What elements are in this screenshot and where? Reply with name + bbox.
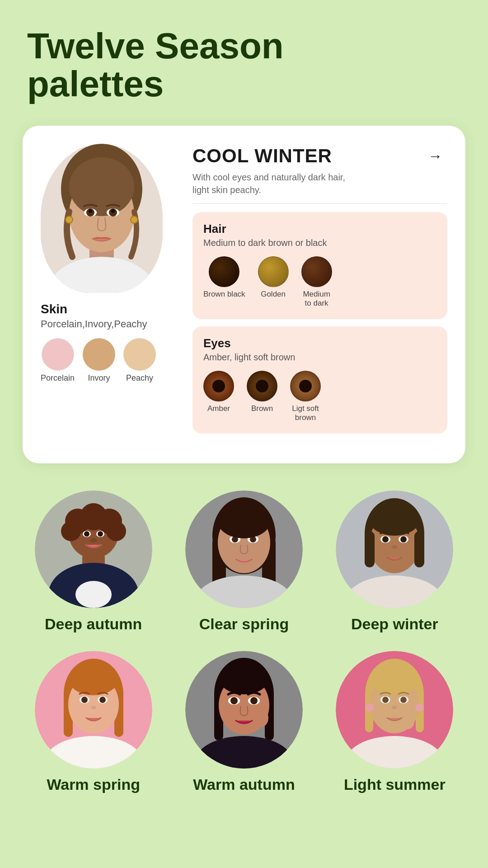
hair-title: Hair xyxy=(203,222,436,236)
svg-point-61 xyxy=(99,697,106,703)
divider xyxy=(192,203,447,204)
portrait-label: Warm autumn xyxy=(193,776,295,793)
svg-point-86 xyxy=(366,703,374,712)
season-arrow-button[interactable]: → xyxy=(423,144,447,168)
portrait-label: Light summer xyxy=(344,776,446,793)
svg-point-59 xyxy=(81,697,88,703)
svg-point-18 xyxy=(75,581,112,608)
swatch-label: Peachy xyxy=(126,373,153,383)
svg-point-13 xyxy=(131,216,138,223)
svg-point-8 xyxy=(89,209,92,213)
swatch-color xyxy=(42,338,74,371)
hair-subtitle: Medium to dark brown or black xyxy=(203,238,436,248)
svg-point-62 xyxy=(91,706,96,709)
svg-point-81 xyxy=(370,663,419,695)
eye-label: Amber xyxy=(207,404,230,413)
portrait-circle xyxy=(35,491,152,608)
hair-color-golden: Golden xyxy=(258,256,289,299)
eyes-subtitle: Amber, light soft brown xyxy=(203,352,436,363)
svg-point-27 xyxy=(98,531,103,537)
portrait-label: Deep winter xyxy=(351,615,438,633)
card-right: COOL WINTER → With cool eyes and natural… xyxy=(192,144,447,441)
portrait-label: Warm spring xyxy=(47,776,140,793)
svg-point-49 xyxy=(391,545,398,549)
season-header: COOL WINTER → xyxy=(192,144,447,168)
svg-point-90 xyxy=(402,713,414,729)
svg-point-50 xyxy=(370,504,419,536)
svg-point-5 xyxy=(69,157,134,216)
hair-swatches: Brown black Golden Mediumto dark xyxy=(203,256,436,308)
swatch-label: Porcelain xyxy=(41,373,75,383)
portrait-deep-winter[interactable]: Deep winter xyxy=(324,491,465,633)
portrait-circle xyxy=(35,651,152,769)
hair-label: Golden xyxy=(261,290,286,299)
swatch-porcelain: Porcelain xyxy=(41,338,75,383)
swatch-color xyxy=(83,338,115,371)
svg-point-23 xyxy=(106,521,126,541)
portrait-circle xyxy=(336,491,453,608)
eye-swatch-brown xyxy=(247,371,277,401)
hair-swatch-brown-black xyxy=(209,256,239,287)
hair-card: Hair Medium to dark brown or black Brown… xyxy=(192,212,447,319)
eye-swatch-light xyxy=(290,371,321,401)
hair-label: Brown black xyxy=(203,290,245,299)
portrait-circle xyxy=(185,651,303,769)
season-card: Skin Porcelain,Invory,Peachy Porcelain I… xyxy=(23,126,465,463)
swatch-invory: Invory xyxy=(83,338,115,383)
hair-label: Mediumto dark xyxy=(303,290,330,308)
eye-color-light-soft: Ligt softbrown xyxy=(290,371,321,423)
svg-point-28 xyxy=(90,538,97,542)
svg-point-11 xyxy=(111,209,115,213)
svg-point-71 xyxy=(230,697,238,704)
eye-color-amber: Amber xyxy=(203,371,234,413)
portrait-circle xyxy=(185,491,303,608)
svg-point-85 xyxy=(400,697,407,703)
portrait-clear-spring[interactable]: Clear spring xyxy=(173,491,314,633)
card-left: Skin Porcelain,Invory,Peachy Porcelain I… xyxy=(41,144,176,441)
portraits-grid: Deep autumn xyxy=(23,491,465,793)
portrait-warm-spring[interactable]: Warm spring xyxy=(23,651,164,793)
swatch-peachy: Peachy xyxy=(123,338,156,383)
hair-swatch-golden xyxy=(258,256,289,287)
svg-point-87 xyxy=(415,703,423,712)
svg-point-57 xyxy=(69,663,118,695)
skin-swatches: Porcelain Invory Peachy xyxy=(41,338,156,383)
portrait-label: Clear spring xyxy=(199,615,289,633)
svg-rect-44 xyxy=(414,531,424,567)
swatch-label: Invory xyxy=(88,373,110,383)
svg-point-69 xyxy=(219,662,269,694)
eyes-title: Eyes xyxy=(203,336,436,350)
portrait-deep-autumn[interactable]: Deep autumn xyxy=(23,491,164,633)
season-description: With cool eyes and naturally dark hair,l… xyxy=(192,171,447,196)
portraits-row-2: Warm spring xyxy=(23,651,465,793)
eye-label: Brown xyxy=(251,404,273,413)
svg-point-83 xyxy=(382,697,389,703)
eyes-swatches: Amber Brown Ligt softbrown xyxy=(203,371,436,423)
page-title: Twelve Seasonpalettes xyxy=(27,27,465,103)
svg-point-88 xyxy=(392,706,397,709)
portrait-circle xyxy=(336,651,453,769)
svg-point-38 xyxy=(218,504,270,538)
eyes-card: Eyes Amber, light soft brown Amber Brown… xyxy=(192,326,447,434)
svg-rect-43 xyxy=(365,531,375,567)
skin-subtitle: Porcelain,Invory,Peachy xyxy=(41,318,147,330)
svg-point-48 xyxy=(400,536,407,542)
season-name: COOL WINTER xyxy=(192,145,332,167)
svg-point-46 xyxy=(382,536,389,542)
hair-color-brown-black: Brown black xyxy=(203,256,245,299)
hair-color-medium: Mediumto dark xyxy=(301,256,332,308)
portrait-warm-autumn[interactable]: Warm autumn xyxy=(173,651,314,793)
eye-color-brown: Brown xyxy=(247,371,277,413)
svg-point-73 xyxy=(250,697,258,704)
portrait-light-summer[interactable]: Light summer xyxy=(324,651,465,793)
skin-label: Skin xyxy=(41,302,67,316)
eye-label: Ligt softbrown xyxy=(292,404,319,423)
swatch-color xyxy=(123,338,156,371)
eye-swatch-amber xyxy=(203,371,234,401)
svg-point-12 xyxy=(66,216,73,223)
portraits-row-1: Deep autumn xyxy=(23,491,465,633)
hair-swatch-medium xyxy=(301,256,332,287)
svg-point-25 xyxy=(84,531,89,537)
svg-point-22 xyxy=(61,521,81,541)
portrait-label: Deep autumn xyxy=(45,615,142,633)
